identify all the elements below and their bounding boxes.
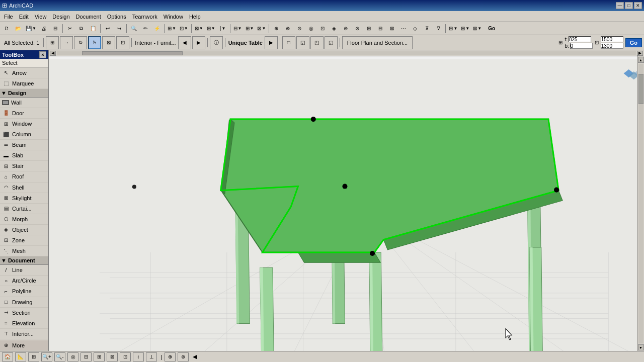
tb-2d-btn3[interactable]: ⊙ bbox=[294, 23, 305, 34]
tb2-settings4[interactable]: ⊠ bbox=[102, 36, 115, 49]
tb-element[interactable]: ⊠▼ bbox=[193, 23, 205, 34]
tool-line[interactable]: / Line bbox=[0, 265, 48, 276]
status-btn8[interactable]: ⊞ bbox=[94, 352, 105, 361]
tb-save[interactable]: 💾▼ bbox=[24, 23, 38, 34]
tb-display3[interactable]: ⊠▼ bbox=[471, 23, 483, 34]
scroll-down[interactable]: ▼ bbox=[638, 344, 644, 350]
status-btn3[interactable]: ⊞ bbox=[28, 352, 39, 361]
tb-go[interactable]: Go bbox=[484, 23, 500, 34]
tb-2d-btn14[interactable]: ⊼ bbox=[421, 23, 432, 34]
tb2-floor-plan[interactable]: Floor Plan and Section... bbox=[342, 36, 413, 49]
tb-view1[interactable]: ⊟▼ bbox=[232, 23, 244, 34]
status-btn11[interactable]: ↕ bbox=[133, 352, 144, 361]
status-snap1[interactable]: ⊕ bbox=[165, 352, 176, 361]
tool-skylight[interactable]: ⊠ Skylight bbox=[0, 193, 48, 204]
close-button[interactable]: ✕ bbox=[634, 2, 642, 9]
menu-view[interactable]: View bbox=[32, 13, 50, 21]
tool-column[interactable]: ⬛ Column bbox=[0, 129, 48, 140]
tb-redo[interactable]: ↪ bbox=[114, 23, 125, 34]
tb-2d-btn8[interactable]: ⊘ bbox=[352, 23, 363, 34]
tb-display1[interactable]: ⊟▼ bbox=[447, 23, 459, 34]
tool-arc[interactable]: ○ Arc/Circle bbox=[0, 276, 48, 286]
viewport3d[interactable] bbox=[49, 56, 644, 351]
tb-select2[interactable]: ⊡▼ bbox=[178, 23, 190, 34]
tool-drawing[interactable]: □ Drawing bbox=[0, 297, 48, 308]
tb-wand[interactable]: ⚡ bbox=[151, 23, 163, 34]
tb-2d-btn1[interactable]: ⊕ bbox=[271, 23, 282, 34]
status-btn2[interactable]: 📐 bbox=[15, 352, 26, 361]
status-btn12[interactable]: ⊥ bbox=[146, 352, 157, 361]
tb2-info[interactable]: ⓘ bbox=[210, 36, 223, 49]
tb-pencil[interactable]: ✏ bbox=[140, 23, 151, 34]
tb2-view-sq4[interactable]: ◲ bbox=[325, 36, 338, 49]
go-button[interactable]: Go bbox=[625, 38, 642, 47]
b-input[interactable] bbox=[570, 43, 593, 49]
right-scrollbar[interactable]: ▲ ▼ bbox=[637, 56, 644, 351]
handle-mid[interactable] bbox=[342, 184, 347, 189]
tool-curtain[interactable]: ▤ Curtai... bbox=[0, 204, 48, 214]
tb-paste[interactable]: 📋 bbox=[88, 23, 99, 34]
tb-2d-btn2[interactable]: ⊗ bbox=[282, 23, 293, 34]
tb-open[interactable]: 📂 bbox=[13, 23, 24, 34]
tb2-settings1[interactable]: ⊞ bbox=[46, 36, 59, 49]
tb-2d-btn9[interactable]: ⊞ bbox=[363, 23, 374, 34]
tb2-active-tool[interactable]: 🖱 bbox=[88, 36, 101, 49]
tb-view3[interactable]: ⊠▼ bbox=[256, 23, 267, 34]
document-category[interactable]: ▼ Document bbox=[0, 256, 48, 265]
tool-interior[interactable]: ⊤ Interior... bbox=[0, 329, 48, 339]
scroll-thumb[interactable] bbox=[638, 74, 643, 104]
tool-wall[interactable]: Wall bbox=[0, 98, 48, 108]
tb2-view-sq1[interactable]: □ bbox=[282, 36, 295, 49]
status-btn4[interactable]: 🔍+ bbox=[41, 352, 52, 361]
tool-roof[interactable]: ⌂ Roof bbox=[0, 171, 48, 182]
toolbox-close[interactable]: × bbox=[39, 51, 46, 58]
status-snap2[interactable]: ⊗ bbox=[178, 352, 189, 361]
tool-section[interactable]: ⊣ Section bbox=[0, 308, 48, 318]
tool-window[interactable]: ⊞ Window bbox=[0, 119, 48, 129]
tool-zone[interactable]: ⊡ Zone bbox=[0, 235, 48, 246]
tb-2d-btn15[interactable]: ⊽ bbox=[433, 23, 444, 34]
tb2-view-sq3[interactable]: ◳ bbox=[310, 36, 324, 49]
tb-2d-btn10[interactable]: ⊟ bbox=[375, 23, 386, 34]
canvas-area[interactable]: ◀ ▶ bbox=[49, 50, 644, 351]
tool-object[interactable]: ◈ Object bbox=[0, 225, 48, 235]
ruler-left-btn[interactable]: ◀ bbox=[50, 51, 56, 56]
status-btn1[interactable]: 🏠 bbox=[2, 352, 13, 361]
tb-2d-btn5[interactable]: ⊡ bbox=[317, 23, 328, 34]
tb-new[interactable]: 🗋 bbox=[1, 23, 12, 34]
ruler-right-btn[interactable]: ▶ bbox=[637, 51, 643, 56]
tool-shell[interactable]: ◠ Shell bbox=[0, 183, 48, 193]
more-button[interactable]: ⊕ More bbox=[0, 340, 48, 351]
scroll-up[interactable]: ▲ bbox=[638, 57, 644, 63]
tool-arrow[interactable]: ↖ Arrow bbox=[0, 67, 48, 78]
menu-file[interactable]: File bbox=[1, 13, 16, 21]
t-input[interactable] bbox=[569, 36, 591, 42]
menu-options[interactable]: Options bbox=[104, 13, 129, 21]
tb-undo[interactable]: ↩ bbox=[102, 23, 113, 34]
status-btn6[interactable]: ◎ bbox=[67, 352, 78, 361]
tb-2d-btn11[interactable]: ⊠ bbox=[386, 23, 397, 34]
menu-teamwork[interactable]: Teamwork bbox=[129, 13, 160, 21]
tool-polyline[interactable]: ⌐ Polyline bbox=[0, 286, 48, 297]
tb-print2[interactable]: ⊟ bbox=[50, 23, 61, 34]
horizontal-scrollbar[interactable] bbox=[57, 51, 636, 55]
tool-stair[interactable]: ⊟ Stair bbox=[0, 161, 48, 171]
tb-element3[interactable]: |▼ bbox=[217, 23, 228, 34]
height-input[interactable] bbox=[601, 43, 623, 49]
menu-edit[interactable]: Edit bbox=[16, 13, 32, 21]
handle-right[interactable] bbox=[554, 188, 559, 193]
maximize-button[interactable]: □ bbox=[625, 2, 633, 9]
tb-display2[interactable]: ⊞▼ bbox=[459, 23, 471, 34]
tb-2d-btn6[interactable]: ◈ bbox=[329, 23, 340, 34]
tb2-arrow-right[interactable]: ▶ bbox=[265, 36, 278, 49]
tb-copy[interactable]: ⧉ bbox=[76, 23, 87, 34]
width-input[interactable] bbox=[601, 36, 623, 42]
tool-door[interactable]: 🚪 Door bbox=[0, 108, 48, 119]
status-btn10[interactable]: ⊡ bbox=[120, 352, 131, 361]
status-btn7[interactable]: ⊟ bbox=[80, 352, 92, 361]
tb-view2[interactable]: ⊞▼ bbox=[244, 23, 256, 34]
menu-document[interactable]: Document bbox=[73, 13, 104, 21]
tb-2d-btn7[interactable]: ⊛ bbox=[340, 23, 351, 34]
tool-elevation[interactable]: ≡ Elevation bbox=[0, 318, 48, 329]
tool-marquee[interactable]: ⬚ Marquee bbox=[0, 78, 48, 89]
